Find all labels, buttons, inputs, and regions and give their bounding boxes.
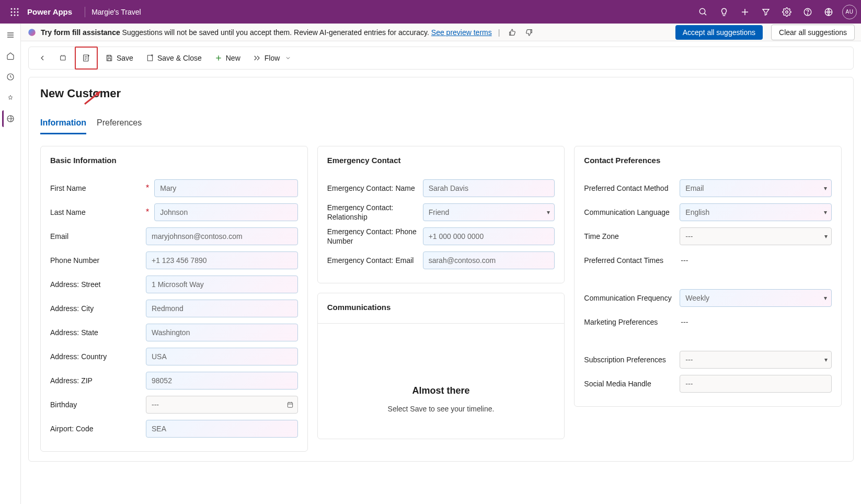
svg-point-0 xyxy=(11,8,13,9)
svg-point-9 xyxy=(699,8,705,14)
svg-point-15 xyxy=(807,14,808,14)
svg-point-3 xyxy=(11,11,13,13)
titlebar: Power Apps Margie's Travel AU xyxy=(0,0,861,24)
filter-icon[interactable] xyxy=(755,2,776,22)
help-icon[interactable] xyxy=(797,2,818,22)
app-launcher-icon[interactable] xyxy=(4,2,25,22)
svg-point-13 xyxy=(786,10,788,13)
svg-line-10 xyxy=(704,13,706,15)
publish-icon[interactable] xyxy=(818,2,839,22)
svg-point-7 xyxy=(14,14,16,16)
user-avatar[interactable]: AU xyxy=(842,5,857,19)
svg-point-4 xyxy=(14,11,16,13)
search-icon[interactable] xyxy=(693,2,714,22)
svg-point-8 xyxy=(17,14,19,16)
titlebar-divider xyxy=(85,7,85,17)
svg-point-2 xyxy=(17,8,19,9)
environment-name: Margie's Travel xyxy=(91,8,141,16)
svg-point-5 xyxy=(17,11,19,13)
svg-point-6 xyxy=(11,14,13,16)
svg-point-1 xyxy=(14,8,16,9)
app-name: Power Apps xyxy=(27,7,72,16)
lightbulb-icon[interactable] xyxy=(714,2,734,22)
add-icon[interactable] xyxy=(734,2,755,22)
settings-icon[interactable] xyxy=(776,2,797,22)
